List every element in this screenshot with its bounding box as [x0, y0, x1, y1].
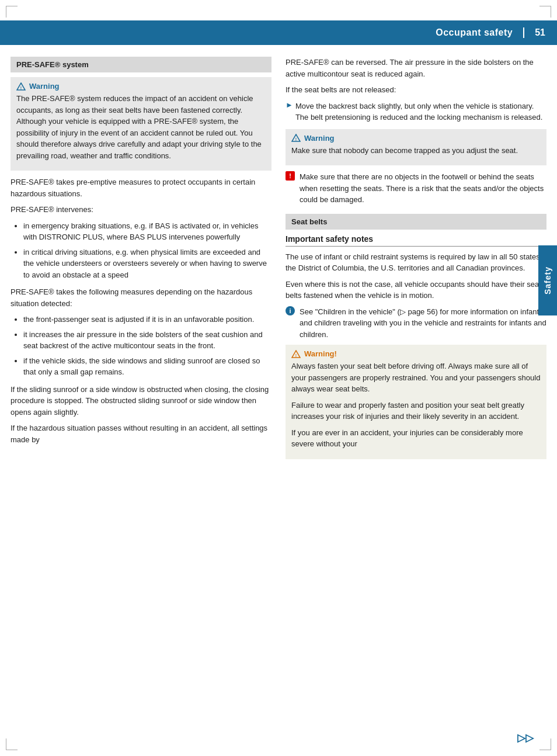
- pre-safe-desc1: PRE-SAFE® takes pre-emptive measures to …: [11, 176, 271, 199]
- bullet-item: in critical driving situations, e.g. whe…: [23, 247, 271, 281]
- left-column: PRE-SAFE® system ! Warning The PRE-SAFE®…: [11, 57, 271, 465]
- right-para1: PRE-SAFE® can be reversed. The air press…: [286, 57, 546, 79]
- corner-mark-bl: [6, 738, 18, 750]
- left-para1: If the sliding sunroof or a side window …: [11, 384, 271, 418]
- bullet-list-2: the front-passenger seat is adjusted if …: [18, 314, 271, 378]
- exclamation-text: Make sure that there are no objects in t…: [300, 171, 546, 206]
- content-area: PRE-SAFE® system ! Warning The PRE-SAFE®…: [0, 45, 557, 477]
- warning-text-1: The PRE-SAFE® system reduces the impact …: [16, 93, 266, 161]
- bullet-item: in emergency braking situations, e.g. if…: [23, 220, 271, 243]
- move-backrest-item: ► Move the backrest back slightly, but o…: [286, 100, 546, 123]
- arrow-right-icon: ►: [286, 100, 293, 109]
- warning-box-2: ! Warning Make sure that nobody can beco…: [286, 129, 546, 166]
- right-para3: The use of infant or child restraint sys…: [286, 251, 546, 274]
- page-number: 51: [523, 27, 545, 38]
- side-tab: Safety: [538, 245, 557, 315]
- exclamation-icon: !: [286, 171, 295, 181]
- bullet-item: if the vehicle skids, the side windows a…: [23, 355, 271, 378]
- header-title: Occupant safety: [436, 27, 513, 38]
- warning-triangle-icon-1: !: [16, 82, 26, 91]
- right-para4: Even where this is not the case, all veh…: [286, 279, 546, 301]
- right-column: PRE-SAFE® can be reversed. The air press…: [286, 57, 546, 465]
- warning-title-3: Warning!: [304, 349, 337, 358]
- info-icon: i: [286, 306, 295, 315]
- warning-title-1: Warning: [29, 82, 60, 91]
- corner-mark-tr: [539, 6, 551, 18]
- pre-safe-intervenes: PRE-SAFE® intervenes:: [11, 204, 271, 216]
- warning-text-3a: Always fasten your seat belt before driv…: [291, 360, 541, 395]
- info-text: See "Children in the vehicle" (▷ page 56…: [300, 306, 546, 341]
- svg-text:!: !: [20, 85, 22, 89]
- warning-header-2: ! Warning: [291, 134, 541, 143]
- important-safety-title: Important safety notes: [286, 234, 546, 247]
- exclamation-note: ! Make sure that there are no objects in…: [286, 171, 546, 206]
- warning-header-3: ! Warning!: [291, 349, 541, 358]
- header-bar: Occupant safety 51: [0, 20, 557, 45]
- warning-triangle-icon-3: !: [291, 350, 301, 358]
- warning-text-2: Make sure that nobody can become trapped…: [291, 145, 541, 157]
- bullet-list-1: in emergency braking situations, e.g. if…: [18, 220, 271, 281]
- bullet-item: the front-passenger seat is adjusted if …: [23, 314, 271, 325]
- warning-box-3: ! Warning! Always fasten your seat belt …: [286, 345, 546, 459]
- forward-arrows: ▷▷: [517, 731, 534, 744]
- info-note: i See "Children in the vehicle" (▷ page …: [286, 306, 546, 341]
- seat-belts-section-title: Seat belts: [286, 214, 546, 230]
- right-para2: If the seat belts are not released:: [286, 84, 546, 96]
- warning-title-2: Warning: [304, 134, 335, 143]
- warning-triangle-icon-2: !: [291, 134, 301, 142]
- svg-text:!: !: [295, 353, 297, 357]
- warning-box-1: ! Warning The PRE-SAFE® system reduces t…: [11, 77, 271, 171]
- warning-header-1: ! Warning: [16, 82, 266, 91]
- corner-mark-tl: [6, 6, 18, 18]
- move-backrest-text: Move the backrest back slightly, but onl…: [295, 100, 542, 123]
- left-para2: If the hazardous situation passes withou…: [11, 422, 271, 445]
- corner-mark-br: [539, 738, 551, 750]
- pre-safe-section-title: PRE-SAFE® system: [11, 57, 271, 72]
- warning-text-3c: If you are ever in an accident, your inj…: [291, 427, 541, 450]
- warning-text-3b: Failure to wear and properly fasten and …: [291, 400, 541, 422]
- side-tab-label: Safety: [543, 266, 552, 294]
- bullet-item: it increases the air pressure in the sid…: [23, 329, 271, 352]
- measures-intro: PRE-SAFE® takes the following measures d…: [11, 286, 271, 309]
- svg-text:!: !: [295, 137, 297, 141]
